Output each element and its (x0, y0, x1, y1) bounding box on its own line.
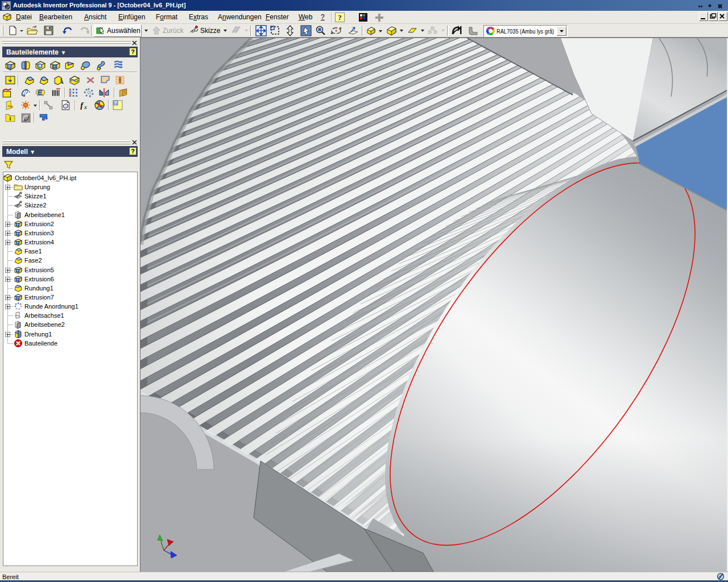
svg-text:?: ? (114, 100, 117, 106)
svg-text:x: x (84, 103, 87, 110)
svg-text:i: i (10, 115, 11, 122)
svg-text:?: ? (338, 13, 342, 22)
